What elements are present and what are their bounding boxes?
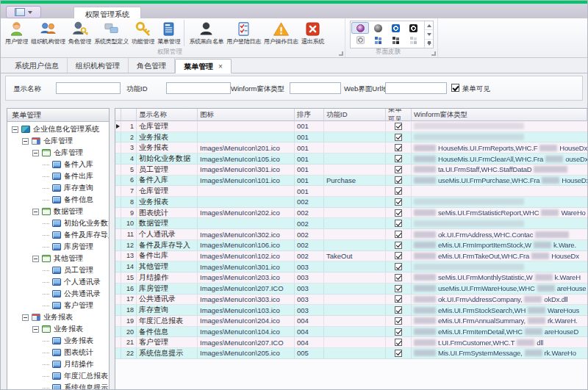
cell-sort-order[interactable]: 001 (295, 154, 324, 164)
chevron-down-icon[interactable] (28, 11, 32, 14)
skin-swatch[interactable] (404, 22, 422, 34)
skin-swatch[interactable] (351, 34, 369, 46)
cell-display-name[interactable]: 库房管理 (137, 284, 198, 294)
column-header-function-id[interactable]: 功能ID (324, 109, 386, 121)
table-row[interactable]: 18 库存查询 Images\MenuIcon\103.ico 003 eMis… (115, 305, 587, 316)
skin-swatch[interactable] (387, 34, 404, 46)
table-row[interactable]: 14 其他管理 Images\MenuIcon\301.ico 003 (115, 261, 587, 272)
column-header-menu-visible[interactable]: 菜单可见 (386, 109, 412, 121)
cell-winform-type[interactable]: eMis.UI.FrmItemDetail,WHC areHouseD (412, 327, 587, 337)
tree-node[interactable]: 业务报表 (7, 335, 109, 347)
cell-display-name[interactable]: 备件及库存导入 (137, 240, 198, 250)
cell-winform-type[interactable] (412, 186, 587, 196)
menu-visible-row-checkbox[interactable] (395, 134, 402, 141)
cell-icon-path[interactable]: Images\MenuIcon\204.ico (198, 316, 295, 326)
cell-display-name[interactable]: 仓库管理 (137, 121, 198, 131)
dialog-launcher-icon[interactable] (339, 51, 343, 56)
table-row[interactable]: 5 员工管理 Images\MenuIcon\301.ico 001 ta.UI… (115, 165, 587, 176)
tree-node[interactable]: 月结操作 (7, 358, 109, 370)
cell-icon-path[interactable]: Images\MenuIcon\302.ico (198, 229, 295, 239)
cell-function-id[interactable]: Purchase (324, 176, 386, 186)
tree-node[interactable]: 初始化业务数据 (7, 217, 109, 229)
cell-sort-order[interactable]: 004 (295, 316, 324, 326)
cell-icon-path[interactable]: Images\MenuIcon\104.ico (198, 327, 295, 337)
cell-function-id[interactable] (324, 327, 386, 337)
tree-node[interactable]: 备件及库存导入 (7, 229, 109, 241)
cell-display-name[interactable]: 备件信息 (137, 327, 198, 337)
cell-display-name[interactable]: 业务报表 (137, 142, 198, 153)
cell-display-name[interactable]: 业务报表 (137, 132, 198, 142)
tree-expander-icon[interactable] (43, 247, 49, 248)
table-row[interactable]: 10 数据管理 002 (115, 218, 587, 229)
cell-winform-type[interactable]: useMis.UI.FrmPurchase,WHC.Fra HouseDx (412, 176, 587, 186)
tree-node[interactable]: 企业信息化管理系统 (7, 123, 109, 135)
cell-winform-type[interactable]: eMis.UI.FrmAnnualSummary, rk.WareH. (412, 316, 587, 326)
column-header-display-name[interactable]: 显示名称 (137, 109, 198, 121)
cell-winform-type[interactable]: ta.UI.FrmStaff,WHC.StaffDataD (412, 165, 587, 175)
cell-display-name[interactable]: 员工管理 (137, 165, 198, 175)
cell-display-name[interactable]: 其他管理 (137, 261, 198, 272)
tree-expander-icon[interactable] (32, 326, 39, 333)
cell-winform-type[interactable] (412, 132, 587, 142)
table-row[interactable]: 1 仓库管理 001 (115, 121, 587, 132)
display-name-input[interactable] (56, 82, 121, 94)
cell-winform-type[interactable]: eMis.UI.FrmTakeOut,WHC.Fra HouseDx (412, 251, 587, 261)
cell-sort-order[interactable]: 003 (295, 272, 324, 283)
tree-node[interactable]: 备件出库 (7, 170, 109, 182)
table-row[interactable]: 17 公共通讯录 Images\MenuIcon\303.ico 003 ok.… (115, 295, 587, 306)
dialog-launcher-icon[interactable] (431, 51, 436, 56)
cell-function-id[interactable] (324, 154, 386, 164)
tree-expander-icon[interactable] (32, 209, 39, 215)
menu-visible-row-checkbox[interactable] (395, 166, 402, 173)
gallery-scroll-up-icon[interactable] (425, 21, 433, 30)
menu-visible-row-checkbox[interactable] (395, 339, 402, 346)
skin-swatch[interactable] (351, 22, 369, 34)
tree-node[interactable]: 仓库管理 (7, 147, 109, 159)
cell-display-name[interactable]: 数据管理 (137, 218, 198, 228)
table-row[interactable]: 13 备件出库 Images\MenuIcon\102.ico 002 Take… (115, 251, 587, 262)
cell-icon-path[interactable]: Images\MenuIcon\207.ICO (198, 284, 295, 294)
cell-display-name[interactable]: 图表统计 (137, 208, 198, 218)
tree-expander-icon[interactable] (43, 341, 49, 342)
menu-visible-row-checkbox[interactable] (395, 187, 402, 195)
cell-sort-order[interactable]: 002 (295, 240, 324, 250)
menu-visible-row-checkbox[interactable] (395, 220, 402, 227)
tree-expander-icon[interactable] (22, 314, 29, 321)
cell-function-id[interactable] (324, 165, 386, 175)
tree-expander-icon[interactable] (43, 353, 49, 353)
cell-display-name[interactable]: 公共通讯录 (137, 295, 198, 305)
tree-node[interactable]: 库存查询 (7, 182, 109, 194)
cell-winform-type[interactable]: seMis.UI.FrmStatisticReport,WHC WareHo (412, 208, 587, 218)
cell-winform-type[interactable] (412, 197, 587, 207)
cell-function-id[interactable] (324, 240, 386, 250)
ribbon-button[interactable]: 用户登陆日志 (225, 20, 262, 46)
table-row[interactable]: 15 月结操作 Images\MenuIcon\203.ico 003 seMi… (115, 272, 587, 284)
tree-expander-icon[interactable] (43, 364, 49, 365)
cell-icon-path[interactable]: Images\MenuIcon\301.ico (198, 165, 295, 175)
tree-expander-icon[interactable] (43, 376, 49, 377)
table-row[interactable]: 19 年度汇总报表 Images\MenuIcon\204.ico 004 eM… (115, 316, 587, 327)
table-row[interactable]: 12 备件及库存导入 Images\MenuIcon\106.ico 002 e… (115, 240, 587, 251)
table-row[interactable]: 7 仓库管理 001 (115, 186, 587, 197)
tree-node[interactable]: 备件入库 (7, 159, 109, 170)
ribbon-button[interactable]: 用户操作日志 (262, 20, 300, 46)
column-header-winform-type[interactable]: Winform窗体类型 (412, 109, 587, 121)
cell-winform-type[interactable]: Mis.UI.FrmSystemMessage, rk.WareHo (412, 348, 587, 358)
function-id-input[interactable] (166, 82, 231, 94)
cell-display-name[interactable]: 业务报表 (137, 197, 198, 207)
cell-display-name[interactable]: 仓库管理 (137, 186, 198, 196)
cell-sort-order[interactable]: 001 (295, 121, 324, 131)
gallery-scroll-down-icon[interactable] (425, 30, 433, 39)
cell-function-id[interactable] (324, 348, 386, 358)
cell-sort-order[interactable]: 005 (295, 348, 324, 358)
table-row[interactable]: 22 系统信息提示 Images\MenuIcon\205.ico 005 Mi… (115, 348, 587, 359)
ribbon-button[interactable]: 角色管理 (67, 20, 93, 46)
table-row[interactable]: 8 业务报表 002 (115, 197, 587, 208)
cell-display-name[interactable]: 个人通讯录 (137, 229, 198, 239)
cell-icon-path[interactable]: Images\MenuIcon\106.ico (198, 240, 295, 250)
cell-function-id[interactable] (324, 229, 386, 239)
menu-visible-row-checkbox[interactable] (395, 274, 402, 281)
tree-expander-icon[interactable] (43, 200, 49, 201)
tree-expander-icon[interactable] (22, 138, 29, 145)
cell-sort-order[interactable]: 003 (295, 305, 324, 315)
